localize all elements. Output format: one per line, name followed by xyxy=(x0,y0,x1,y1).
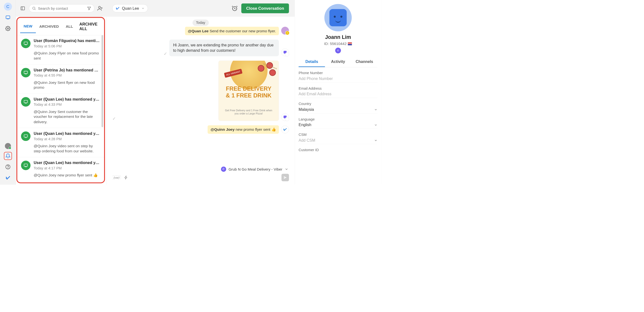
notification-time: Today at 4:17 PM xyxy=(34,166,100,170)
viber-channel-icon xyxy=(281,113,289,121)
notification-item[interactable]: User (Quan Lee) has mentioned you in a c… xyxy=(17,94,104,128)
notifications-panel: NEW ARCHIVED ALL ARCHIVE ALL User (Román… xyxy=(16,17,105,183)
notification-item[interactable]: User (Román Filgueira) has mentioned you… xyxy=(17,35,104,64)
notification-title: User (Petrina Jo) has mentioned you in a… xyxy=(34,68,100,72)
note-mention: @Quan Lee xyxy=(188,29,209,33)
send-button[interactable] xyxy=(282,174,289,181)
svg-rect-7 xyxy=(24,42,28,44)
search-contacts[interactable] xyxy=(29,4,94,12)
comment-icon xyxy=(21,39,30,48)
notification-preview: @Quinn Joey new promo flyer sent 👍 xyxy=(34,173,100,178)
add-contact-icon[interactable] xyxy=(97,5,103,11)
svg-point-1 xyxy=(7,28,8,29)
composer-tools: {var} xyxy=(112,175,128,180)
notification-item[interactable]: User (Quan Lee) has mentioned you in a c… xyxy=(17,128,104,157)
notification-time: Today at 4:55 PM xyxy=(34,73,100,77)
search-input[interactable] xyxy=(38,6,85,10)
agent-avatar[interactable] xyxy=(281,27,289,34)
contact-panel: Joann Lim ID: 55610442 ✆ Details Activit… xyxy=(295,0,381,185)
close-conversation-button[interactable]: Close Conversation xyxy=(241,3,289,13)
viber-icon[interactable]: ✆ xyxy=(335,48,341,53)
notification-preview: @Quinn Joey Flyer on new food promo sent xyxy=(34,51,100,61)
field-customer-id[interactable]: Customer ID xyxy=(299,148,378,152)
assignee-name: Quan Lee xyxy=(122,6,139,10)
left-rail: C xyxy=(0,0,16,185)
viber-icon: ✆ xyxy=(221,167,226,172)
notification-preview: @Quinn Joey Sent customer the voucher fo… xyxy=(34,109,100,124)
channel-name: Grub N Go Meal Delivery - Viber xyxy=(228,167,282,171)
internal-note: @Quan Lee Send the customer our new prom… xyxy=(112,27,289,35)
field-country[interactable]: Country Malaysia xyxy=(299,102,378,113)
field-placeholder[interactable]: Add Phone Number xyxy=(299,76,378,81)
svg-point-6 xyxy=(98,6,100,8)
field-label: Language xyxy=(299,117,378,121)
notifications-scrollbar[interactable] xyxy=(102,35,103,127)
svg-rect-9 xyxy=(24,100,28,103)
notification-item[interactable]: User (Quan Lee) has mentioned you in a c… xyxy=(17,157,104,182)
chevron-down-icon[interactable] xyxy=(374,138,378,142)
note-mention: @Quinn Joey xyxy=(210,127,235,132)
current-user-avatar[interactable] xyxy=(5,143,11,149)
channel-selector[interactable]: ✆ Grub N Go Meal Delivery - Viber xyxy=(112,167,289,172)
field-label: Phone Number xyxy=(299,71,378,75)
conversation-messages[interactable]: Today @Quan Lee Send the customer our ne… xyxy=(106,17,295,164)
notification-preview: @Quinn Joey video sent on step by step o… xyxy=(34,144,100,154)
tab-activity[interactable]: Activity xyxy=(325,57,351,67)
field-label: CSM xyxy=(299,132,378,137)
tab-all[interactable]: ALL xyxy=(62,20,76,33)
field-phone[interactable]: Phone Number Add Phone Number xyxy=(299,71,378,83)
notifications-tabs: NEW ARCHIVED ALL ARCHIVE ALL xyxy=(17,18,104,35)
conversations-nav-icon[interactable] xyxy=(4,13,12,22)
notification-time: Today at 4:33 PM xyxy=(34,102,100,107)
notifications-list[interactable]: User (Román Filgueira) has mentioned you… xyxy=(17,35,104,183)
promo-line1: FREE DELIVERY xyxy=(219,85,279,92)
conversation-list-toolbar xyxy=(16,0,106,17)
collapse-sidebar-icon[interactable] xyxy=(19,5,26,12)
assignee-dropdown[interactable]: Quan Lee xyxy=(112,4,148,12)
svg-rect-4 xyxy=(21,7,24,10)
archive-all-button[interactable]: ARCHIVE ALL xyxy=(76,18,101,35)
conversation-pane: Quan Lee Close Conversation Today @Quan … xyxy=(106,0,295,185)
notifications-bell-icon[interactable] xyxy=(4,152,12,160)
help-icon[interactable] xyxy=(4,163,12,171)
read-check-icon: ✓ xyxy=(112,116,116,121)
chevron-down-icon[interactable] xyxy=(374,123,378,127)
field-placeholder[interactable]: Add CSM xyxy=(299,138,315,142)
day-separator: Today xyxy=(112,20,289,26)
chevron-down-icon[interactable] xyxy=(374,108,378,111)
tab-channels[interactable]: Channels xyxy=(351,57,378,67)
viber-channel-icon xyxy=(281,48,289,56)
notification-title: User (Quan Lee) has mentioned you in a c… xyxy=(34,97,100,102)
notification-item[interactable]: User (Quan Lee) has mentioned you in a c… xyxy=(17,181,104,182)
field-label: Customer ID xyxy=(299,148,378,152)
settings-icon[interactable] xyxy=(4,24,12,32)
notification-item[interactable]: User (Petrina Jo) has mentioned you in a… xyxy=(17,64,104,94)
note-text: Send the customer our new promo flyer. xyxy=(209,29,276,33)
comment-icon xyxy=(21,68,30,77)
filter-icon[interactable] xyxy=(87,6,92,11)
field-label: Country xyxy=(299,102,378,106)
snooze-icon[interactable] xyxy=(232,5,238,11)
tab-details[interactable]: Details xyxy=(299,57,325,67)
outgoing-message: Hi Joann, we are extending the promo for… xyxy=(169,40,279,56)
contact-id: ID: 55610442 xyxy=(299,41,378,46)
tab-new[interactable]: NEW xyxy=(20,20,36,33)
field-email[interactable]: Email Address Add Email Address xyxy=(299,86,378,98)
thumbs-up-icon: 👍 xyxy=(272,127,276,132)
field-value: English xyxy=(299,123,311,127)
brand-check-icon[interactable] xyxy=(4,174,12,182)
contact-avatar[interactable] xyxy=(324,4,352,31)
workspace-avatar[interactable]: C xyxy=(4,3,12,11)
promo-flyer-image[interactable]: ALL VARIANT Grub & Go Meal FREE DELIVERY… xyxy=(218,60,279,121)
tab-archived[interactable]: ARCHIVED xyxy=(36,20,62,33)
field-language[interactable]: Language English xyxy=(299,117,378,129)
country-flag-icon xyxy=(348,42,352,45)
quick-action-icon[interactable] xyxy=(124,175,128,180)
variable-insert-icon[interactable]: {var} xyxy=(112,175,121,180)
field-placeholder[interactable]: Add Email Address xyxy=(299,92,378,96)
search-icon xyxy=(32,6,36,10)
contact-tabs: Details Activity Channels xyxy=(299,57,378,67)
field-csm[interactable]: CSM Add CSM xyxy=(299,132,378,144)
comment-icon xyxy=(21,131,30,141)
svg-rect-10 xyxy=(24,135,28,137)
